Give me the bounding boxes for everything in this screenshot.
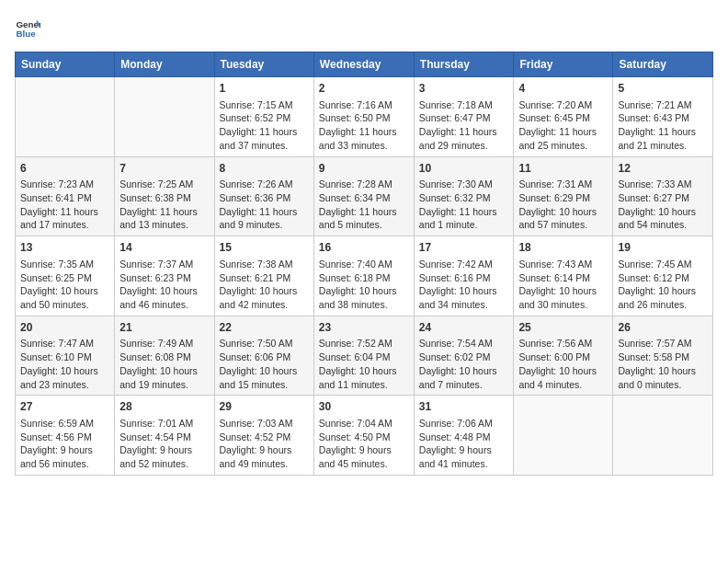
day-number: 28 <box>119 399 209 415</box>
day-info-line: Daylight: 10 hours <box>618 205 708 219</box>
calendar-cell: 21Sunrise: 7:49 AMSunset: 6:08 PMDayligh… <box>115 316 214 396</box>
week-row-1: 1Sunrise: 7:15 AMSunset: 6:52 PMDaylight… <box>16 77 713 157</box>
weekday-header-friday: Friday <box>514 52 613 77</box>
day-number: 26 <box>618 320 708 336</box>
day-info-line: and 15 minutes. <box>220 378 309 392</box>
day-info-line: and 5 minutes. <box>319 218 409 232</box>
day-info-line: Sunrise: 7:57 AM <box>618 337 708 350</box>
weekday-header-saturday: Saturday <box>613 52 713 77</box>
day-info-line: Sunset: 6:16 PM <box>419 271 509 285</box>
day-number: 3 <box>419 81 509 97</box>
calendar-cell: 9Sunrise: 7:28 AMSunset: 6:34 PMDaylight… <box>313 156 414 236</box>
day-info-line: Sunrise: 7:31 AM <box>518 178 608 191</box>
day-info-line: Sunrise: 7:35 AM <box>20 258 109 271</box>
day-info-line: Sunrise: 7:40 AM <box>319 258 409 271</box>
day-info-line: Sunset: 6:52 PM <box>220 111 309 125</box>
calendar-cell: 30Sunrise: 7:04 AMSunset: 4:50 PMDayligh… <box>313 396 414 476</box>
day-info-line: Sunset: 4:48 PM <box>419 431 509 444</box>
day-info-line: and 25 minutes. <box>518 139 608 153</box>
day-info-line: Sunset: 6:18 PM <box>319 271 409 285</box>
calendar-cell: 14Sunrise: 7:37 AMSunset: 6:23 PMDayligh… <box>115 236 214 316</box>
day-info-line: Daylight: 10 hours <box>518 205 608 219</box>
day-info-line: Daylight: 10 hours <box>119 364 209 378</box>
day-info-line: and 33 minutes. <box>319 139 409 153</box>
day-number: 2 <box>319 81 409 97</box>
day-info-line: Daylight: 11 hours <box>20 205 109 219</box>
day-info-line: Daylight: 9 hours <box>119 443 209 457</box>
calendar-cell: 4Sunrise: 7:20 AMSunset: 6:45 PMDaylight… <box>514 77 613 157</box>
calendar-cell: 7Sunrise: 7:25 AMSunset: 6:38 PMDaylight… <box>115 156 214 236</box>
day-info-line: Sunrise: 7:26 AM <box>220 178 309 191</box>
day-info-line: Daylight: 10 hours <box>20 364 109 378</box>
day-info-line: and 0 minutes. <box>618 378 708 392</box>
day-number: 9 <box>319 161 409 177</box>
day-info-line: Sunrise: 7:45 AM <box>618 258 708 271</box>
day-number: 21 <box>119 320 209 336</box>
day-info-line: and 4 minutes. <box>518 378 608 392</box>
day-info-line: Sunset: 6:45 PM <box>518 111 608 125</box>
day-info-line: Daylight: 9 hours <box>220 443 309 457</box>
day-number: 7 <box>119 161 209 177</box>
day-info-line: Sunset: 6:41 PM <box>20 191 109 205</box>
day-info-line: Sunset: 6:36 PM <box>220 191 309 205</box>
calendar-cell: 12Sunrise: 7:33 AMSunset: 6:27 PMDayligh… <box>613 156 713 236</box>
calendar-cell: 2Sunrise: 7:16 AMSunset: 6:50 PMDaylight… <box>313 77 414 157</box>
day-info-line: Sunset: 6:50 PM <box>319 111 409 125</box>
day-number: 13 <box>20 240 109 256</box>
day-number: 15 <box>220 240 309 256</box>
day-info-line: Daylight: 11 hours <box>220 205 309 219</box>
calendar-cell: 16Sunrise: 7:40 AMSunset: 6:18 PMDayligh… <box>313 236 414 316</box>
day-info-line: and 11 minutes. <box>319 378 409 392</box>
calendar-cell: 15Sunrise: 7:38 AMSunset: 6:21 PMDayligh… <box>214 236 313 316</box>
calendar-cell: 31Sunrise: 7:06 AMSunset: 4:48 PMDayligh… <box>414 396 514 476</box>
day-info-line: Sunrise: 7:37 AM <box>119 258 209 271</box>
day-info-line: Sunset: 6:14 PM <box>518 271 608 285</box>
day-info-line: Sunrise: 7:28 AM <box>319 178 409 191</box>
calendar-cell: 20Sunrise: 7:47 AMSunset: 6:10 PMDayligh… <box>16 316 115 396</box>
svg-text:Blue: Blue <box>16 29 36 39</box>
calendar-cell: 19Sunrise: 7:45 AMSunset: 6:12 PMDayligh… <box>613 236 713 316</box>
day-info-line: Daylight: 9 hours <box>20 443 109 457</box>
day-info-line: Daylight: 10 hours <box>220 284 309 298</box>
day-info-line: Daylight: 10 hours <box>319 364 409 378</box>
day-info-line: Sunrise: 7:30 AM <box>419 178 509 191</box>
calendar-cell: 23Sunrise: 7:52 AMSunset: 6:04 PMDayligh… <box>313 316 414 396</box>
day-info-line: and 45 minutes. <box>319 457 409 471</box>
day-info-line: Sunrise: 7:50 AM <box>220 337 309 350</box>
day-info-line: and 42 minutes. <box>220 298 309 312</box>
day-number: 29 <box>220 399 309 415</box>
day-info-line: Sunrise: 7:18 AM <box>419 98 509 112</box>
week-row-3: 13Sunrise: 7:35 AMSunset: 6:25 PMDayligh… <box>16 236 713 316</box>
day-info-line: Sunrise: 7:23 AM <box>20 178 109 191</box>
day-number: 19 <box>618 240 708 256</box>
weekday-header-thursday: Thursday <box>414 52 514 77</box>
day-info-line: and 37 minutes. <box>220 139 309 153</box>
day-info-line: and 52 minutes. <box>119 457 209 471</box>
day-info-line: and 29 minutes. <box>419 139 509 153</box>
calendar-cell: 18Sunrise: 7:43 AMSunset: 6:14 PMDayligh… <box>514 236 613 316</box>
day-info-line: Sunset: 6:27 PM <box>618 191 708 205</box>
week-row-5: 27Sunrise: 6:59 AMSunset: 4:56 PMDayligh… <box>16 396 713 476</box>
logo: General Blue <box>15 15 44 40</box>
day-number: 18 <box>518 240 608 256</box>
day-info-line: Sunrise: 7:21 AM <box>618 98 708 112</box>
day-info-line: Sunrise: 7:03 AM <box>220 417 309 431</box>
day-info-line: Sunrise: 7:06 AM <box>419 417 509 431</box>
day-info-line: Daylight: 11 hours <box>419 205 509 219</box>
day-info-line: Daylight: 11 hours <box>220 125 309 139</box>
day-info-line: Sunset: 6:38 PM <box>119 191 209 205</box>
day-info-line: Sunrise: 7:01 AM <box>119 417 209 431</box>
day-info-line: Sunset: 6:21 PM <box>220 271 309 285</box>
day-info-line: Sunset: 6:10 PM <box>20 350 109 364</box>
calendar-cell: 29Sunrise: 7:03 AMSunset: 4:52 PMDayligh… <box>214 396 313 476</box>
calendar-cell: 24Sunrise: 7:54 AMSunset: 6:02 PMDayligh… <box>414 316 514 396</box>
calendar-table: SundayMondayTuesdayWednesdayThursdayFrid… <box>15 52 713 476</box>
day-info-line: Sunset: 4:54 PM <box>119 431 209 444</box>
weekday-header-row: SundayMondayTuesdayWednesdayThursdayFrid… <box>16 52 713 77</box>
day-info-line: Sunrise: 7:42 AM <box>419 258 509 271</box>
weekday-header-sunday: Sunday <box>16 52 115 77</box>
day-info-line: Daylight: 10 hours <box>20 284 109 298</box>
day-info-line: Sunrise: 7:15 AM <box>220 98 309 112</box>
day-number: 30 <box>319 399 409 415</box>
day-number: 16 <box>319 240 409 256</box>
